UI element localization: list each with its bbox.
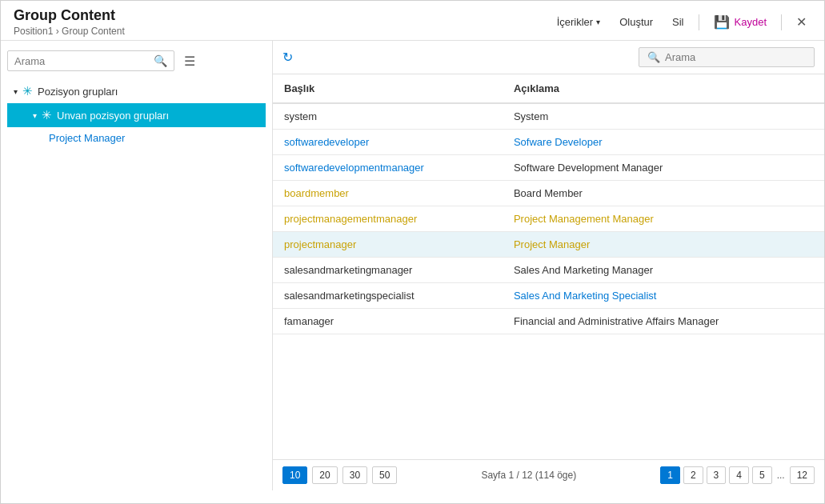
page-3[interactable]: 3 (707, 466, 727, 484)
cell-title[interactable]: softwaredevelopmentmanager (273, 155, 503, 181)
table-row[interactable]: salesandmarketingspecialistSales And Mar… (273, 283, 824, 309)
right-search-input[interactable] (665, 51, 799, 63)
cell-title[interactable]: boardmember (273, 181, 503, 206)
cell-description: Project Manager (503, 232, 824, 258)
page-dots: ... (775, 470, 787, 481)
breadcrumb-pos: Position1 (14, 26, 53, 37)
pagination: 10 20 30 50 Sayfa 1 / 12 (114 öge) 1 2 3… (273, 459, 824, 490)
tree: ▾ ✳ Pozisyon grupları ▾ ✳ Unvan pozisyon… (7, 79, 266, 481)
header-right: İçerikler ▾ Oluştur Sil 💾 Kaydet ✕ (552, 11, 811, 33)
table-row[interactable]: projectmanagerProject Manager (273, 232, 824, 258)
page-size-20[interactable]: 20 (312, 466, 337, 484)
sil-button[interactable]: Sil (667, 13, 688, 31)
page-last[interactable]: 12 (790, 466, 815, 484)
cell-description: Project Management Manager (503, 206, 824, 232)
page-2[interactable]: 2 (683, 466, 703, 484)
kaydet-label: Kaydet (735, 16, 767, 28)
save-icon: 💾 (714, 14, 730, 30)
close-icon: ✕ (796, 14, 807, 30)
cell-description: Sofware Developer (503, 130, 824, 155)
main-layout: 🔍 ☰ ▾ ✳ Pozisyon grupları ▾ ✳ Unvan pozi… (1, 41, 824, 490)
pozisyon-gruplari-label: Pozisyon grupları (38, 86, 118, 98)
divider (699, 14, 699, 30)
page-size-10[interactable]: 10 (282, 466, 307, 484)
cell-title[interactable]: salesandmarketingspecialist (273, 283, 503, 309)
search-bar[interactable]: 🔍 (7, 50, 174, 71)
table-body: systemSystemsoftwaredeveloperSofware Dev… (273, 103, 824, 334)
header-left: Group Content Position1 › Group Content (14, 7, 125, 37)
cell-title[interactable]: projectmanager (273, 232, 503, 258)
table-row[interactable]: systemSystem (273, 103, 824, 130)
table-row[interactable]: softwaredevelopmentmanagerSoftware Devel… (273, 155, 824, 181)
cell-description: System (503, 103, 824, 130)
cell-description: Sales And Marketing Manager (503, 258, 824, 283)
page-nav: 1 2 3 4 5 ... 12 (660, 466, 815, 484)
cell-title[interactable]: softwaredeveloper (273, 130, 503, 155)
search-icon[interactable]: 🔍 (154, 54, 167, 67)
cell-title[interactable]: projectmanagementmanager (273, 206, 503, 232)
table-row[interactable]: famanagerFinancial and Administrative Af… (273, 309, 824, 334)
search-input[interactable] (14, 55, 149, 67)
refresh-button[interactable]: ↻ (282, 50, 293, 65)
project-manager-label: Project Manager (49, 132, 125, 144)
unvan-icon: ✳ (42, 108, 52, 122)
chevron-down-icon: ▾ (14, 87, 18, 96)
table-row[interactable]: softwaredeveloperSofware Developer (273, 130, 824, 155)
table-row[interactable]: boardmemberBoard Member (273, 181, 824, 206)
right-panel: ↻ 🔍 Başlık Açıklama systemSystemsoftware… (273, 41, 824, 490)
col-baslik: Başlık (273, 74, 503, 103)
olustur-label: Oluştur (619, 16, 653, 28)
right-search-bar[interactable]: 🔍 (639, 47, 815, 67)
cell-description: Software Development Manager (503, 155, 824, 181)
header: Group Content Position1 › Group Content … (1, 1, 824, 41)
close-button[interactable]: ✕ (791, 11, 811, 33)
search-icon: 🔍 (647, 51, 660, 63)
left-panel: 🔍 ☰ ▾ ✳ Pozisyon grupları ▾ ✳ Unvan pozi… (1, 41, 273, 490)
breadcrumb: Position1 › Group Content (14, 26, 125, 37)
group-icon: ✳ (22, 84, 33, 98)
data-table-wrapper: Başlık Açıklama systemSystemsoftwaredeve… (273, 74, 824, 459)
table-row[interactable]: salesandmarketingmanagerSales And Market… (273, 258, 824, 283)
page-size-30[interactable]: 30 (342, 466, 367, 484)
page-5[interactable]: 5 (752, 466, 772, 484)
cell-title[interactable]: salesandmarketingmanager (273, 258, 503, 283)
divider2 (781, 14, 782, 30)
unvan-label: Unvan pozisyon grupları (57, 110, 169, 122)
sil-label: Sil (672, 16, 683, 28)
chevron-down-icon: ▾ (33, 111, 37, 120)
refresh-icon: ↻ (282, 50, 293, 64)
icerikler-button[interactable]: İçerikler ▾ (552, 13, 606, 31)
cell-title[interactable]: system (273, 103, 503, 130)
page-4[interactable]: 4 (729, 466, 749, 484)
table-row[interactable]: projectmanagementmanagerProject Manageme… (273, 206, 824, 232)
chevron-down-icon: ▾ (596, 18, 600, 26)
tree-item-pozisyon-gruplari[interactable]: ▾ ✳ Pozisyon grupları (7, 79, 266, 103)
page-title: Group Content (14, 7, 125, 24)
page-1[interactable]: 1 (660, 466, 680, 484)
right-toolbar: ↻ 🔍 (273, 41, 824, 74)
cell-description: Sales And Marketing Specialist (503, 283, 824, 309)
tree-item-project-manager[interactable]: Project Manager (7, 127, 266, 149)
list-view-icon[interactable]: ☰ (184, 54, 195, 69)
page-size-50[interactable]: 50 (372, 466, 397, 484)
table-header: Başlık Açıklama (273, 74, 824, 103)
tree-item-unvan[interactable]: ▾ ✳ Unvan pozisyon grupları (7, 103, 266, 127)
olustur-button[interactable]: Oluştur (615, 13, 658, 31)
icerikler-label: İçerikler (557, 16, 594, 28)
cell-description: Financial and Administrative Affairs Man… (503, 309, 824, 334)
data-table: Başlık Açıklama systemSystemsoftwaredeve… (273, 74, 824, 334)
breadcrumb-current: Group Content (62, 26, 125, 37)
col-aciklama: Açıklama (503, 74, 824, 103)
kaydet-button[interactable]: 💾 Kaydet (709, 11, 771, 33)
cell-title[interactable]: famanager (273, 309, 503, 334)
cell-description: Board Member (503, 181, 824, 206)
search-row: 🔍 ☰ (7, 50, 266, 71)
page-info: Sayfa 1 / 12 (114 öge) (402, 470, 655, 481)
